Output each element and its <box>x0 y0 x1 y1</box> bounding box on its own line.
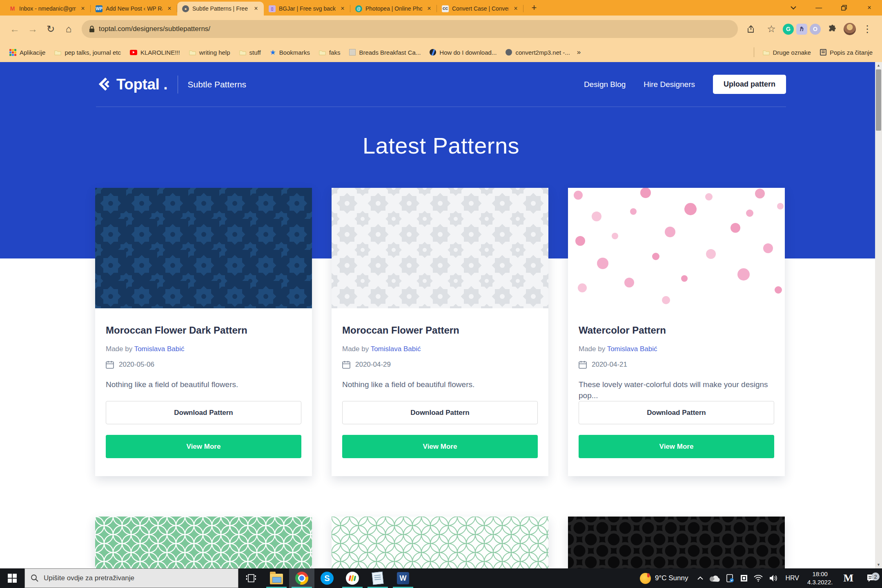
share-icon[interactable] <box>742 20 760 38</box>
o-extension-icon[interactable]: O <box>810 24 821 35</box>
bookmark-breads[interactable]: Breads Breakfast Ca... <box>345 47 424 58</box>
author-link[interactable]: Tomislava Babić <box>371 345 421 353</box>
download-pattern-button[interactable]: Download Pattern <box>579 401 774 424</box>
h-extension-icon[interactable]: ℏ <box>796 24 807 35</box>
extensions-puzzle-icon[interactable] <box>823 20 841 38</box>
word-button[interactable]: W <box>390 568 416 588</box>
action-center-button[interactable]: 2 <box>859 573 882 583</box>
card-date: 2020-04-21 <box>579 361 774 369</box>
tab-search-chevron-icon[interactable] <box>781 0 806 16</box>
download-pattern-button[interactable]: Download Pattern <box>106 401 301 424</box>
scrollbar-thumb[interactable] <box>876 69 881 131</box>
bookmark-folder-pep-talks[interactable]: pep talks, journal etc <box>51 47 125 58</box>
tab-close-icon[interactable]: × <box>339 5 346 12</box>
pattern-image-dark-curves[interactable] <box>568 517 785 568</box>
photopea-icon: @ <box>355 5 362 12</box>
address-bar[interactable]: toptal.com/designers/subtlepatterns/ <box>82 20 738 38</box>
wifi-icon[interactable] <box>753 575 763 582</box>
miro-button[interactable] <box>340 568 365 588</box>
view-more-button[interactable]: View More <box>579 435 774 458</box>
chrome-menu-icon[interactable]: ⋮ <box>858 20 876 38</box>
back-icon[interactable]: ← <box>6 20 24 38</box>
folder-icon <box>189 49 196 56</box>
tab-close-icon[interactable]: × <box>425 5 433 12</box>
bookmarks-overflow-icon[interactable]: » <box>575 48 582 56</box>
task-view-button[interactable] <box>238 568 264 588</box>
pattern-image-moroccan-light[interactable] <box>332 188 548 308</box>
grammarly-extension-icon[interactable]: G <box>783 24 794 35</box>
weather-widget[interactable]: 9°C Sunny <box>635 573 693 584</box>
minimize-button[interactable]: — <box>806 0 831 16</box>
toptal-logo[interactable]: Toptal. <box>96 76 168 93</box>
tab-title: Add New Post ‹ WP Rada <box>106 5 163 12</box>
bookmark-klaroline[interactable]: KLAROLINE!!! <box>126 47 184 58</box>
bookmark-other-folder[interactable]: Druge oznake <box>759 47 815 58</box>
forward-icon[interactable]: → <box>24 20 42 38</box>
volume-icon[interactable] <box>769 575 778 582</box>
view-more-button[interactable]: View More <box>106 435 301 458</box>
window-square-icon[interactable] <box>740 575 748 582</box>
notification-badge: 2 <box>871 572 880 581</box>
reading-list[interactable]: Popis za čitanje <box>816 47 876 58</box>
display-connect-icon[interactable] <box>726 574 735 583</box>
tab-bgjar[interactable]: ▯ BGJar | Free svg backgro × <box>264 2 350 16</box>
view-more-button[interactable]: View More <box>342 435 538 458</box>
notepad-button[interactable] <box>365 568 390 588</box>
tab-close-icon[interactable]: × <box>252 5 260 12</box>
author-link[interactable]: Tomislava Babić <box>607 345 657 353</box>
home-icon[interactable]: ⌂ <box>60 20 78 38</box>
tab-subtle-patterns-active[interactable]: ● Subtle Patterns | Free tex × <box>177 2 264 16</box>
tab-convert-case[interactable]: CC Convert Case | Convert u × <box>437 2 523 16</box>
pattern-image-green-lattice[interactable] <box>95 517 312 568</box>
taskbar-search-input[interactable] <box>44 574 223 582</box>
tab-title: Photopea | Online Photo <box>365 5 422 12</box>
bookmark-bookmarks[interactable]: ★ Bookmarks <box>266 46 314 59</box>
tab-close-icon[interactable]: × <box>512 5 519 12</box>
bookmark-folder-faks[interactable]: faks <box>315 47 344 58</box>
chrome-icon <box>295 572 308 585</box>
bookmark-apps[interactable]: Aplikacije <box>6 47 49 58</box>
onedrive-icon[interactable] <box>709 575 720 582</box>
word-icon: W <box>397 572 409 584</box>
tab-close-icon[interactable]: × <box>79 5 87 12</box>
bookmark-star-icon[interactable]: ☆ <box>762 20 780 38</box>
pattern-image-moroccan-dark[interactable] <box>95 188 312 308</box>
skype-button[interactable]: S <box>314 568 340 588</box>
taskbar-right: 9°C Sunny HRV 18:00 4.3.2022. M 2 <box>635 568 882 588</box>
tray-chevron-up-icon[interactable] <box>697 576 704 580</box>
start-button[interactable] <box>0 568 24 588</box>
bgjar-icon: ▯ <box>269 5 276 12</box>
author-link[interactable]: Tomislava Babić <box>134 345 185 353</box>
bookmark-convert2mp3[interactable]: convert2mp3.net -... <box>502 47 573 58</box>
file-explorer-button[interactable] <box>264 568 289 588</box>
clock-time: 18:00 <box>807 570 833 578</box>
tab-title: Convert Case | Convert u <box>452 5 509 12</box>
scroll-up-icon[interactable]: ▲ <box>875 62 882 69</box>
apps-grid-icon <box>9 49 16 56</box>
reload-icon[interactable]: ↻ <box>42 20 60 38</box>
scroll-down-icon[interactable]: ▼ <box>875 561 882 568</box>
vertical-scrollbar[interactable]: ▲ ▼ <box>875 62 882 568</box>
bookmark-how-do-i-download[interactable]: How do I download... <box>426 47 500 58</box>
language-indicator[interactable]: HRV <box>782 575 802 582</box>
bookmark-folder-stuff[interactable]: stuff <box>236 47 265 58</box>
nav-hire-designers[interactable]: Hire Designers <box>644 80 695 89</box>
bookmark-folder-writing-help[interactable]: writing help <box>185 47 234 58</box>
restore-button[interactable] <box>831 0 857 16</box>
tab-gmail[interactable]: M Inbox - nmedanic@gmai × <box>4 2 91 16</box>
m-app-icon[interactable]: M <box>837 572 859 584</box>
clock[interactable]: 18:00 4.3.2022. <box>802 570 838 587</box>
new-tab-button[interactable]: + <box>528 2 540 14</box>
tab-wordpress[interactable]: WP Add New Post ‹ WP Rada × <box>91 2 177 16</box>
chrome-button[interactable] <box>289 568 314 588</box>
profile-avatar[interactable] <box>844 23 856 35</box>
tab-close-icon[interactable]: × <box>166 5 173 12</box>
upload-pattern-button[interactable]: Upload pattern <box>713 75 786 94</box>
close-window-button[interactable]: × <box>857 0 882 16</box>
pattern-image-watercolor[interactable] <box>568 188 785 308</box>
taskbar-search[interactable] <box>24 568 238 588</box>
nav-design-blog[interactable]: Design Blog <box>584 80 626 89</box>
pattern-image-light-lattice[interactable] <box>332 517 548 568</box>
download-pattern-button[interactable]: Download Pattern <box>342 401 538 424</box>
tab-photopea[interactable]: @ Photopea | Online Photo × <box>350 2 437 16</box>
